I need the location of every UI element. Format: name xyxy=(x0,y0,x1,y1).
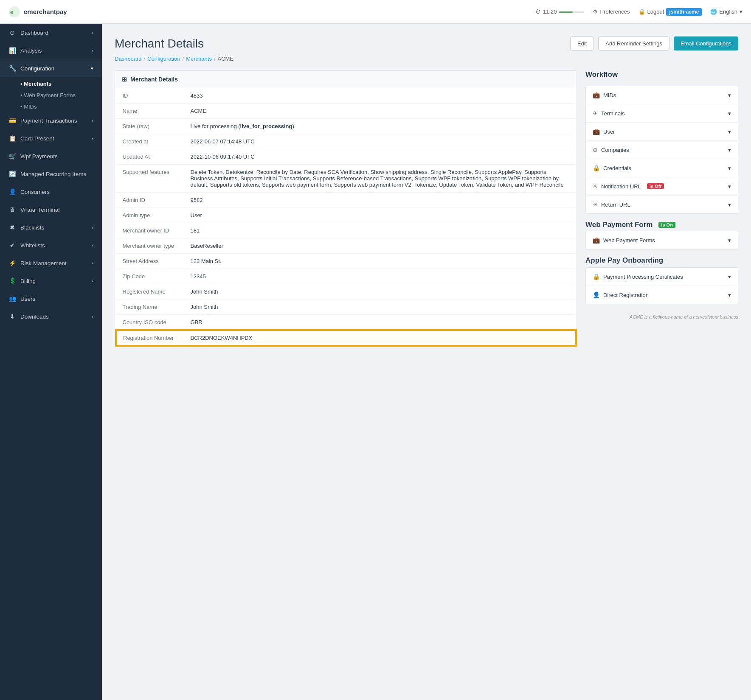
table-row: State (raw)Live for processing (live_for… xyxy=(116,119,577,134)
sidebar-item-blacklists[interactable]: ✖ Blacklists ‹ xyxy=(0,218,102,236)
sidebar-item-label: Whitelists xyxy=(20,242,45,249)
workflow-item-mids[interactable]: 💼 MIDs ▾ xyxy=(586,86,738,104)
return-url-icon: ✳ xyxy=(593,201,598,208)
detail-table: ID4833NameACMEState (raw)Live for proces… xyxy=(115,88,577,346)
sidebar-item-whitelists[interactable]: ✔ Whitelists ‹ xyxy=(0,236,102,254)
workflow-item-label: Payment Processing Certificates xyxy=(603,274,683,280)
downloads-icon: ⬇ xyxy=(8,313,16,320)
logo-text: emerchantpay xyxy=(24,8,67,15)
mids-icon: 💼 xyxy=(593,92,600,98)
apple-pay-card: 🔒 Payment Processing Certificates ▾ 👤 Di… xyxy=(585,267,738,304)
chevron-icon: ‹ xyxy=(92,243,93,248)
workflow-item-user[interactable]: 💼 User ▾ xyxy=(586,123,738,141)
field-value: BaseReseller xyxy=(184,238,577,254)
chevron-down-icon: ▾ xyxy=(728,183,731,190)
sidebar: ⊙ Dashboard ‹ 📊 Analysis ‹ 🔧 Configurati… xyxy=(0,24,102,700)
workflow-item-direct-registration[interactable]: 👤 Direct Registration ▾ xyxy=(586,286,738,304)
chevron-icon: ‹ xyxy=(92,118,93,123)
sidebar-item-label: Consumers xyxy=(20,189,50,195)
workflow-item-credentials[interactable]: 🔒 Credentials ▾ xyxy=(586,159,738,177)
sidebar-item-users[interactable]: 👥 Users xyxy=(0,290,102,308)
table-row: Registration NumberBCR2DNOEKW4NHPDX xyxy=(116,330,577,346)
svg-text:e: e xyxy=(10,9,13,15)
breadcrumb-dashboard[interactable]: Dashboard xyxy=(115,56,142,62)
workflow-item-terminals[interactable]: ✈ Terminals ▾ xyxy=(586,104,738,123)
workflow-item-web-payment-forms[interactable]: 💼 Web Payment Forms ▾ xyxy=(586,231,738,249)
field-label: Registered Name xyxy=(116,284,184,300)
topbar-actions: ⏱ 11:20 ⚙ Preferences 🔒 Logout jsmith-ac… xyxy=(535,8,743,16)
consumers-icon: 👤 xyxy=(8,188,16,195)
logo[interactable]: e emerchantpay xyxy=(8,6,67,18)
sidebar-item-risk-management[interactable]: ⚡ Risk Management ‹ xyxy=(0,254,102,272)
workflow-item-return-url[interactable]: ✳ Return URL ▾ xyxy=(586,196,738,213)
table-row: Created at2022-06-07 07:14:48 UTC xyxy=(116,134,577,149)
wpf-badge: is On xyxy=(658,222,675,228)
edit-button[interactable]: Edit xyxy=(570,36,594,50)
web-payment-form-section: Web Payment Form is On 💼 Web Payment For… xyxy=(585,221,738,249)
web-payment-forms-icon: 💼 xyxy=(593,237,600,244)
field-label: ID xyxy=(116,88,184,104)
sidebar-item-billing[interactable]: 💲 Billing ‹ xyxy=(0,272,102,290)
sidebar-item-web-payment-forms[interactable]: Web Payment Forms xyxy=(0,89,102,100)
direct-registration-icon: 👤 xyxy=(593,291,600,298)
workflow-item-label: MIDs xyxy=(603,92,616,98)
card-present-icon: 📋 xyxy=(8,135,16,142)
workflow-item-notification-url[interactable]: ✳ Notification URL is Off ▾ xyxy=(586,177,738,196)
sidebar-item-dashboard[interactable]: ⊙ Dashboard ‹ xyxy=(0,24,102,42)
workflow-section: Workflow 💼 MIDs ▾ ✈ Terminals xyxy=(585,70,738,319)
merchant-details-card: ⊞ Merchant Details ID4833NameACMEState (… xyxy=(115,70,577,347)
username-badge: jsmith-acme xyxy=(666,8,702,16)
sidebar-item-merchants[interactable]: Merchants xyxy=(0,77,102,89)
sidebar-item-card-present[interactable]: 📋 Card Present ‹ xyxy=(0,129,102,147)
sidebar-item-label: Dashboard xyxy=(20,30,48,36)
sidebar-item-managed-recurring[interactable]: 🔄 Managed Recurring Items xyxy=(0,165,102,183)
page-header: Merchant Details Edit Add Reminder Setti… xyxy=(115,36,738,50)
breadcrumb-configuration[interactable]: Configuration xyxy=(147,56,180,62)
sidebar-item-wpf-payments[interactable]: 🛒 Wpf Payments xyxy=(0,147,102,165)
notification-url-badge: is Off xyxy=(647,183,664,189)
chevron-icon: ‹ xyxy=(92,314,93,319)
email-config-button[interactable]: Email Configurations xyxy=(674,36,738,50)
user-icon: 💼 xyxy=(593,128,600,135)
field-value: 9582 xyxy=(184,193,577,208)
add-reminder-button[interactable]: Add Reminder Settings xyxy=(598,36,669,50)
topbar: e emerchantpay ⏱ 11:20 ⚙ Preferences 🔒 L… xyxy=(0,0,751,24)
sidebar-item-mids[interactable]: MIDs xyxy=(0,100,102,112)
chevron-icon: ▾ xyxy=(91,66,93,71)
sidebar-item-virtual-terminal[interactable]: 🖥 Virtual Terminal xyxy=(0,201,102,218)
header-buttons: Edit Add Reminder Settings Email Configu… xyxy=(570,36,738,50)
sidebar-item-payment-transactions[interactable]: 💳 Payment Transactions ‹ xyxy=(0,112,102,129)
preferences-button[interactable]: ⚙ Preferences xyxy=(593,8,630,15)
workflow-item-payment-certs[interactable]: 🔒 Payment Processing Certificates ▾ xyxy=(586,268,738,286)
field-label: Street Address xyxy=(116,254,184,269)
terminals-icon: ✈ xyxy=(593,110,598,117)
table-row: Trading NameJohn Smith xyxy=(116,300,577,315)
logout-button[interactable]: 🔒 Logout jsmith-acme xyxy=(638,8,702,16)
field-label: Merchant owner ID xyxy=(116,223,184,238)
field-value: GBR xyxy=(184,315,577,330)
language-selector[interactable]: 🌐 English ▾ xyxy=(710,8,743,15)
sidebar-item-consumers[interactable]: 👤 Consumers xyxy=(0,183,102,201)
breadcrumb-merchants[interactable]: Merchants xyxy=(186,56,212,62)
table-row: Updated At2022-10-06 09:17:40 UTC xyxy=(116,149,577,165)
workflow-item-label: Terminals xyxy=(601,110,625,117)
field-value: 2022-10-06 09:17:40 UTC xyxy=(184,149,577,165)
sidebar-item-configuration[interactable]: 🔧 Configuration ▾ xyxy=(0,59,102,77)
field-value: Delete Token, Detokenize, Reconcile by D… xyxy=(184,165,577,193)
field-value: 2022-06-07 07:14:48 UTC xyxy=(184,134,577,149)
whitelists-icon: ✔ xyxy=(8,242,16,249)
table-row: NameACME xyxy=(116,104,577,119)
workflow-item-companies[interactable]: ⊙ Companies ▾ xyxy=(586,141,738,159)
configuration-icon: 🔧 xyxy=(8,65,16,72)
field-label: Updated At xyxy=(116,149,184,165)
field-value: John Smith xyxy=(184,284,577,300)
page-title: Merchant Details xyxy=(115,37,204,50)
field-label: Registration Number xyxy=(116,330,184,346)
wpf-section-title: Web Payment Form xyxy=(585,221,653,229)
field-value: 12345 xyxy=(184,269,577,284)
sidebar-item-downloads[interactable]: ⬇ Downloads ‹ xyxy=(0,308,102,325)
chevron-icon: ‹ xyxy=(92,48,93,53)
workflow-item-label: Notification URL xyxy=(601,183,641,190)
workflow-item-label: User xyxy=(603,129,615,135)
sidebar-item-analysis[interactable]: 📊 Analysis ‹ xyxy=(0,42,102,59)
